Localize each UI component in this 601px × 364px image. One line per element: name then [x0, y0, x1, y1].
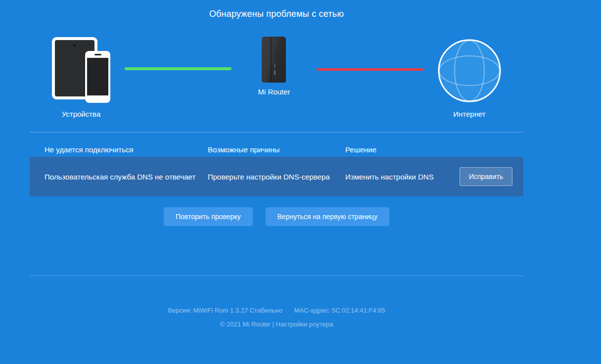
connection-ok-line [125, 67, 231, 70]
table-top-divider [30, 132, 523, 133]
back-to-first-page-button[interactable]: Вернуться на первую страницу [266, 207, 389, 226]
phone-speaker [94, 54, 101, 55]
column-header-solution: Решение [345, 145, 376, 154]
devices-label: Устройства [30, 110, 133, 118]
router-label: Mi Router [232, 88, 316, 96]
tablet-camera-dot [74, 44, 76, 46]
column-header-cause: Возможные причины [208, 145, 279, 154]
connection-error-line [317, 68, 424, 71]
page-title: Обнаружены проблемы с сетью [30, 9, 523, 19]
network-diagnostics-page: Обнаружены проблемы с сетью Устройства M… [0, 0, 601, 364]
footer-version-line: Версия: MiWiFi Rom 1.3.27 СтабильноMAC-а… [30, 307, 523, 314]
footer-divider [30, 275, 523, 276]
mac-address-text: MAC-адрес: 5C:02:14:41:F4:85 [294, 307, 385, 314]
phone-screen [87, 58, 108, 95]
globe-icon [437, 39, 502, 103]
retry-check-button[interactable]: Повторить проверку [164, 207, 253, 226]
router-ports [274, 70, 276, 75]
phone-icon [85, 51, 110, 103]
version-text: Версия: MiWiFi Rom 1.3.27 Стабильно [168, 307, 282, 314]
router-icon [262, 37, 286, 83]
copyright-text: © 2021 Mi Router | Настройки роутера [220, 320, 333, 328]
internet-label: Интернет [418, 110, 521, 118]
table-row: Пользовательская служба DNS не отвечает … [30, 157, 523, 196]
row-cause-text: Проверьте настройки DNS-сервера [208, 173, 330, 181]
row-problem-text: Пользовательская служба DNS не отвечает [45, 173, 195, 181]
action-buttons: Повторить проверку Вернуться на первую с… [30, 207, 523, 226]
tablet-sensor-dot [88, 44, 90, 46]
row-solution-text: Изменить настройки DNS [345, 173, 434, 181]
footer-copyright-line: © 2021 Mi Router | Настройки роутера [30, 320, 523, 328]
fix-button[interactable]: Исправить [460, 167, 512, 186]
column-header-problem: Не удается подключиться [45, 145, 134, 154]
